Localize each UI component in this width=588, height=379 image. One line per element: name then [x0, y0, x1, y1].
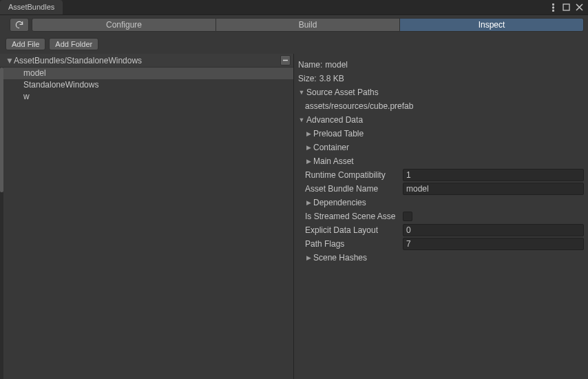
tree-scrollbar[interactable]	[0, 68, 3, 379]
foldout-closed-icon: ▶	[305, 130, 312, 137]
foldout-closed-icon: ▶	[305, 254, 312, 261]
size-value: 3.8 KB	[319, 74, 344, 83]
refresh-icon	[14, 20, 24, 30]
path-flags-input[interactable]	[403, 238, 584, 250]
tree-root-label: AssetBundles/StandaloneWindows	[14, 56, 142, 65]
mode-configure[interactable]: Configure	[32, 18, 216, 32]
kebab-menu-icon[interactable]	[549, 3, 558, 12]
size-label: Size:	[298, 74, 317, 83]
svg-rect-3	[563, 4, 569, 10]
foldout-label: Scene Hashes	[313, 253, 367, 263]
tree-item[interactable]: model	[0, 68, 293, 79]
runtime-compat-label: Runtime Compatibility	[305, 170, 400, 180]
tree-item[interactable]: StandaloneWindows	[0, 79, 293, 91]
foldout-closed-icon: ▶	[305, 199, 312, 206]
is-streamed-checkbox[interactable]	[403, 212, 412, 221]
remove-button[interactable]	[280, 55, 291, 65]
button-label: Add Folder	[55, 40, 92, 48]
svg-point-1	[552, 6, 554, 8]
main-area: ▼ AssetBundles/StandaloneWindows modelSt…	[0, 54, 588, 379]
foldout-open-icon: ▼	[298, 116, 305, 123]
foldout-open-icon: ▼	[298, 89, 305, 96]
asset-bundle-name-input[interactable]	[403, 183, 584, 195]
tree-item[interactable]: w	[0, 91, 293, 103]
scrollbar-thumb[interactable]	[0, 68, 3, 192]
svg-point-2	[552, 10, 554, 12]
add-file-button[interactable]: Add File	[6, 38, 45, 50]
name-value: model	[325, 60, 348, 70]
foldout-preload-table[interactable]: ▶ Preload Table	[298, 127, 584, 141]
mode-label: Configure	[106, 20, 142, 30]
foldout-triangle-icon: ▼	[6, 56, 12, 65]
asset-bundle-name-label: Asset Bundle Name	[305, 184, 400, 194]
explicit-layout-label: Explicit Data Layout	[305, 225, 400, 235]
file-toolbar: Add File Add Folder	[0, 34, 588, 54]
foldout-label: Advanced Data	[306, 115, 363, 125]
button-label: Add File	[12, 40, 39, 48]
svg-point-0	[552, 3, 554, 6]
name-label: Name:	[298, 60, 322, 70]
foldout-advanced-data[interactable]: ▼ Advanced Data	[298, 113, 584, 127]
foldout-main-asset[interactable]: ▶ Main Asset	[298, 154, 584, 168]
mode-toggle-group: Configure Build Inspect	[32, 18, 584, 32]
foldout-container[interactable]: ▶ Container	[298, 141, 584, 154]
is-streamed-label: Is Streamed Scene Asse	[305, 212, 400, 221]
tab-label: AssetBundles	[8, 3, 54, 11]
foldout-closed-icon: ▶	[305, 144, 312, 151]
explicit-layout-input[interactable]	[403, 224, 584, 236]
add-folder-button[interactable]: Add Folder	[49, 38, 98, 50]
foldout-label: Container	[313, 143, 349, 152]
foldout-dependencies[interactable]: ▶ Dependencies	[298, 196, 584, 209]
mode-label: Build	[299, 20, 317, 30]
foldout-label: Main Asset	[313, 156, 354, 166]
source-path-item: assets/resources/cube.prefab	[305, 101, 413, 111]
path-flags-label: Path Flags	[305, 239, 400, 249]
foldout-closed-icon: ▶	[305, 158, 312, 165]
tree-item-label: StandaloneWindows	[23, 80, 98, 90]
inspector-pane: Name: model Size: 3.8 KB ▼ Source Asset …	[294, 54, 588, 379]
main-toolbar: Configure Build Inspect	[0, 15, 588, 34]
panel-tabbar: AssetBundles	[0, 0, 588, 15]
foldout-label: Dependencies	[313, 198, 366, 207]
tree-root-row[interactable]: ▼ AssetBundles/StandaloneWindows	[0, 54, 293, 68]
minus-icon	[282, 57, 288, 63]
tree-item-label: model	[23, 68, 46, 78]
tree-item-label: w	[23, 92, 30, 101]
mode-build[interactable]: Build	[216, 18, 400, 32]
bundle-tree-pane: ▼ AssetBundles/StandaloneWindows modelSt…	[0, 54, 294, 379]
close-icon[interactable]	[575, 3, 584, 12]
maximize-icon[interactable]	[562, 3, 571, 12]
mode-label: Inspect	[479, 20, 505, 30]
mode-inspect[interactable]: Inspect	[400, 18, 584, 32]
foldout-scene-hashes[interactable]: ▶ Scene Hashes	[298, 251, 584, 265]
foldout-source-asset-paths[interactable]: ▼ Source Asset Paths	[298, 85, 584, 99]
tab-assetbundles[interactable]: AssetBundles	[0, 0, 63, 14]
runtime-compat-input[interactable]	[403, 169, 584, 181]
foldout-label: Source Asset Paths	[306, 88, 379, 97]
refresh-button[interactable]	[10, 18, 29, 32]
foldout-label: Preload Table	[313, 129, 364, 139]
